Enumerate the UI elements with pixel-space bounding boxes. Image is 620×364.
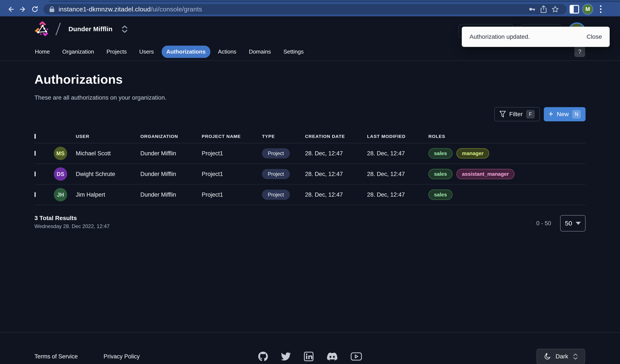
table-actions: Filter F + New N xyxy=(34,107,586,121)
type-badge: Project xyxy=(262,149,290,158)
org-switcher[interactable]: Dunder Mifflin xyxy=(68,25,112,33)
creation-date: 28. Dec, 12:47 xyxy=(305,171,367,178)
org-switcher-unfold-icon[interactable] xyxy=(122,25,127,33)
last-modified: 28. Dec, 12:47 xyxy=(367,150,428,157)
project-name: Project1 xyxy=(202,150,262,157)
avatar: JH xyxy=(54,188,67,201)
roles-cell: sales xyxy=(428,190,586,200)
browser-back-button[interactable] xyxy=(5,3,17,15)
table-header-row: USERORGANIZATIONPROJECT NAMETYPECREATION… xyxy=(34,130,586,143)
side-panel-icon[interactable] xyxy=(570,5,579,14)
avatar: MS xyxy=(54,147,67,160)
role-chip: sales xyxy=(428,148,452,159)
theme-unfold-icon xyxy=(573,353,578,360)
filter-funnel-icon xyxy=(499,111,506,118)
tab-users[interactable]: Users xyxy=(135,46,159,58)
bookmark-star-icon[interactable] xyxy=(549,4,561,15)
column-header: ORGANIZATION xyxy=(140,134,202,139)
roles-cell: salesmanager xyxy=(428,148,586,159)
address-bar[interactable]: instance1-dkmnzw.zitadel.cloud/ui/consol… xyxy=(44,4,567,15)
organization-name: Dunder Mifflin xyxy=(140,191,202,198)
table-row[interactable]: JH Jim Halpert Dunder Mifflin Project1 P… xyxy=(34,184,586,205)
user-name: Dwight Schrute xyxy=(76,171,140,178)
share-icon[interactable] xyxy=(538,4,549,15)
main-nav: HomeOrganizationProjectsUsersAuthorizati… xyxy=(30,46,308,58)
dropdown-arrow-icon xyxy=(576,222,581,225)
tab-projects[interactable]: Projects xyxy=(102,46,132,58)
filter-button[interactable]: Filter F xyxy=(494,107,540,121)
user-name: Michael Scott xyxy=(76,150,140,157)
zitadel-logo-icon[interactable] xyxy=(34,20,50,38)
page-title: Authorizations xyxy=(34,72,586,87)
project-name: Project1 xyxy=(202,171,262,178)
project-name: Project1 xyxy=(202,191,262,198)
browser-toolbar: instance1-dkmnzw.zitadel.cloud/ui/consol… xyxy=(0,2,620,16)
tab-domains[interactable]: Domains xyxy=(244,46,276,58)
table-row[interactable]: DS Dwight Schrute Dunder Mifflin Project… xyxy=(34,164,586,184)
url-text: instance1-dkmnzw.zitadel.cloud/ui/consol… xyxy=(59,6,202,13)
main-content: Authorizations These are all authorizati… xyxy=(0,61,620,231)
column-header: ROLES xyxy=(428,134,586,139)
github-icon[interactable] xyxy=(258,351,268,362)
table-row[interactable]: MS Michael Scott Dunder Mifflin Project1… xyxy=(34,143,586,164)
role-chip: sales xyxy=(428,169,452,179)
results-timestamp: Wednesday 28. Dec 2022, 12:47 xyxy=(34,223,109,229)
password-key-icon[interactable] xyxy=(526,4,538,15)
last-modified: 28. Dec, 12:47 xyxy=(367,171,428,178)
role-chip: assistant_manager xyxy=(456,169,514,179)
roles-cell: salesassistant_manager xyxy=(428,169,586,179)
help-button[interactable]: ? xyxy=(574,46,585,57)
avatar: DS xyxy=(54,167,67,181)
social-links xyxy=(258,351,362,362)
discord-icon[interactable] xyxy=(326,351,338,362)
dark-mode-moon-icon xyxy=(544,353,551,360)
tab-settings[interactable]: Settings xyxy=(279,46,308,58)
browser-reload-button[interactable] xyxy=(29,3,41,15)
footer-link-terms-of-service[interactable]: Terms of Service xyxy=(34,353,78,360)
select-all-checkbox[interactable] xyxy=(34,134,36,139)
creation-date: 28. Dec, 12:47 xyxy=(305,191,367,198)
tab-actions[interactable]: Actions xyxy=(213,46,241,58)
type-badge: Project xyxy=(262,190,290,200)
footer-link-privacy-policy[interactable]: Privacy Policy xyxy=(104,353,140,360)
youtube-icon[interactable] xyxy=(351,351,362,362)
row-checkbox[interactable] xyxy=(34,171,36,176)
new-shortcut-badge: N xyxy=(572,110,581,119)
browser-tab-strip xyxy=(0,0,620,2)
role-chip: sales xyxy=(428,190,452,200)
column-header: PROJECT NAME xyxy=(202,134,262,139)
browser-profile-avatar[interactable]: M xyxy=(583,4,592,14)
new-button[interactable]: + New N xyxy=(544,107,586,121)
column-header: LAST MODIFIED xyxy=(367,134,428,139)
row-checkbox[interactable] xyxy=(34,192,36,197)
tab-home[interactable]: Home xyxy=(30,46,54,58)
authorizations-table: USERORGANIZATIONPROJECT NAMETYPECREATION… xyxy=(34,130,586,205)
browser-forward-button[interactable] xyxy=(17,3,29,15)
twitter-icon[interactable] xyxy=(281,351,291,362)
filter-shortcut-badge: F xyxy=(526,110,535,119)
user-name: Jim Halpert xyxy=(76,191,140,198)
browser-chrome: instance1-dkmnzw.zitadel.cloud/ui/consol… xyxy=(0,0,620,16)
table-footer: 3 Total Results Wednesday 28. Dec 2022, … xyxy=(34,215,586,231)
toast-notification: Authorization updated. Close xyxy=(462,27,610,47)
total-results: 3 Total Results xyxy=(34,215,109,222)
toast-message: Authorization updated. xyxy=(469,33,530,40)
tab-authorizations[interactable]: Authorizations xyxy=(162,46,210,58)
column-header: TYPE xyxy=(262,134,305,139)
page-footer: Terms of ServicePrivacy Policy xyxy=(0,332,620,364)
zitadel-console: Dunder Mifflin ? HomeOrganizationProject… xyxy=(0,16,620,364)
page-description: These are all authorizations on your org… xyxy=(34,94,586,101)
browser-menu-icon[interactable] xyxy=(596,4,605,15)
type-badge: Project xyxy=(262,169,290,179)
organization-name: Dunder Mifflin xyxy=(140,171,202,178)
column-header: USER xyxy=(76,134,140,139)
linkedin-icon[interactable] xyxy=(304,351,314,362)
theme-select[interactable]: Dark xyxy=(536,349,585,364)
toast-close-button[interactable]: Close xyxy=(587,33,602,40)
tab-organization[interactable]: Organization xyxy=(58,46,99,58)
row-checkbox[interactable] xyxy=(34,151,36,156)
organization-name: Dunder Mifflin xyxy=(140,150,202,157)
last-modified: 28. Dec, 12:47 xyxy=(367,191,428,198)
column-header: CREATION DATE xyxy=(305,134,367,139)
page-size-select[interactable]: 50 xyxy=(560,215,586,231)
